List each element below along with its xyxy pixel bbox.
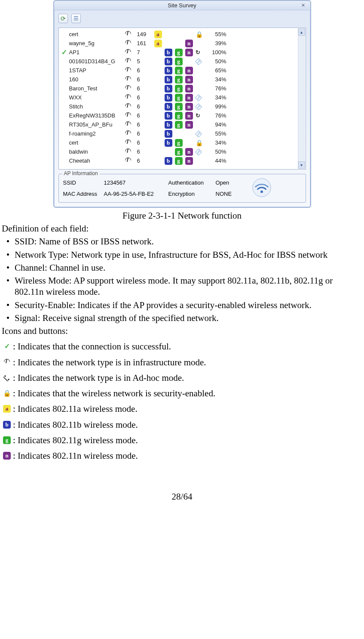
mode-g-icon: g <box>175 103 185 111</box>
ap-info-legend: AP Information <box>62 170 100 176</box>
mode-g-icon: g <box>175 112 185 120</box>
window-title: Site Survey <box>168 2 196 9</box>
infrastructure-icon <box>4 359 10 366</box>
network-row[interactable]: 001601D314B4_G5bg⚿50% <box>60 57 298 66</box>
mode-g-icon: g <box>175 58 185 65</box>
signal-cell: 55% <box>207 31 228 37</box>
refresh-button[interactable]: ⟳ <box>58 14 68 23</box>
icon-desc-text: : Indicates 802.11g wireless mode. <box>13 435 138 446</box>
mode-b-icon: b <box>165 76 175 83</box>
icon-desc-a: a : Indicates 802.11a wireless mode. <box>2 403 362 414</box>
channel-cell: 6 <box>137 139 154 146</box>
infrastructure-icon <box>125 85 137 92</box>
toolbar: ⟳ ☰ <box>54 10 310 28</box>
security-icon: ↻ <box>196 49 207 56</box>
mode-g-icon: g <box>175 76 185 83</box>
mac-label: MAC Address <box>63 191 104 197</box>
scroll-down-button[interactable]: ▾ <box>298 161 305 169</box>
network-row[interactable]: cert149a🔒55% <box>60 30 298 39</box>
security-icon: ⚿ <box>196 94 207 101</box>
definition-item: SSID: Name of BSS or IBSS network. <box>2 236 362 247</box>
channel-cell: 6 <box>137 94 154 101</box>
security-icon: ⚿ <box>196 148 207 155</box>
signal-cell: 39% <box>207 40 228 46</box>
network-row[interactable]: cert6bg🔒34% <box>60 138 298 147</box>
lock-icon: 🔒 <box>3 389 11 398</box>
ap-information: AP Information SSID 1234567 Authenticati… <box>58 174 306 203</box>
icon-desc-check: ✓ : Indicates that the connection is suc… <box>2 341 362 352</box>
network-row[interactable]: ExRegNW3135DB6bgn↻76% <box>60 111 298 120</box>
list-view-button[interactable]: ☰ <box>71 14 81 23</box>
channel-cell: 6 <box>137 76 154 83</box>
icon-desc-text: : Indicates 802.11a wireless mode. <box>13 403 138 414</box>
icons-heading: Icons and buttons: <box>2 325 362 336</box>
signal-cell: 34% <box>207 139 228 146</box>
channel-cell: 6 <box>137 85 154 92</box>
scroll-thumb[interactable] <box>298 36 305 161</box>
icon-desc-infra: : Indicates the network type is in infra… <box>2 357 362 368</box>
security-icon: ⚿ <box>196 58 207 65</box>
channel-cell: 149 <box>137 31 154 37</box>
mac-value: AA-96-25-5A-FB-E2 <box>104 191 168 197</box>
infrastructure-icon <box>125 121 137 128</box>
mode-b-icon: b <box>165 139 175 147</box>
signal-cell: 44% <box>207 157 228 164</box>
network-row[interactable]: Stitch6bgn⚿99% <box>60 102 298 111</box>
enc-label: Encryption <box>168 191 216 197</box>
ssid-cell: 1STAP <box>69 67 125 74</box>
adhoc-icon <box>3 374 10 381</box>
network-row[interactable]: f-roaming26b⚿55% <box>60 129 298 138</box>
signal-cell: 50% <box>207 148 228 155</box>
network-row[interactable]: baldwin6gn⚿50% <box>60 147 298 156</box>
mode-g-icon: g <box>175 157 185 165</box>
site-survey-window: Site Survey × ⟳ ☰ cert149a🔒55%wayne_5g16… <box>53 0 311 208</box>
network-row[interactable]: wayne_5g161an39% <box>60 39 298 48</box>
signal-cell: 76% <box>207 112 228 119</box>
check-icon: ✓ <box>4 342 10 351</box>
infrastructure-icon <box>125 31 137 38</box>
ssid-cell: AP1 <box>69 49 125 56</box>
scrollbar[interactable]: ▴ ▾ <box>298 28 305 169</box>
network-row[interactable]: ✓AP17bgn↻100% <box>60 48 298 57</box>
mode-b-icon: b <box>165 58 175 65</box>
icon-desc-adhoc: : Indicates the network type is in Ad-ho… <box>2 372 362 383</box>
network-row[interactable]: WXX6bgn⚿34% <box>60 93 298 102</box>
mode-g-icon: g <box>175 85 185 93</box>
ssid-cell: RT305x_AP_BFu <box>69 121 125 128</box>
ssid-cell: baldwin <box>69 148 125 155</box>
definition-item: Signal: Receive signal strength of the s… <box>2 312 362 324</box>
icon-desc-text: : Indicates the network type is in infra… <box>13 357 206 368</box>
signal-cell: 34% <box>207 76 228 83</box>
ssid-cell: Cheetah <box>69 157 125 164</box>
signal-cell: 99% <box>207 103 228 110</box>
mode-b-icon: b <box>165 121 175 129</box>
network-row[interactable]: Baron_Test6bgn76% <box>60 84 298 93</box>
signal-cell: 76% <box>207 85 228 92</box>
infrastructure-icon <box>125 49 137 56</box>
mode-n-icon: n <box>185 121 196 129</box>
icon-desc-text: : Indicates that the connection is succe… <box>13 341 171 352</box>
network-row[interactable]: 1606bgn34% <box>60 75 298 84</box>
infrastructure-icon <box>125 112 137 119</box>
network-row[interactable]: 1STAP6bgn65% <box>60 66 298 75</box>
mode-a-icon: a <box>3 405 11 413</box>
scroll-up-button[interactable]: ▴ <box>298 28 305 36</box>
 connected-icon: ✓ <box>60 48 69 56</box>
channel-cell: 6 <box>137 148 154 155</box>
mode-g-icon: g <box>175 94 185 102</box>
network-row[interactable]: Cheetah6bgn44% <box>60 156 298 165</box>
network-row[interactable]: RT305x_AP_BFu6bgn94% <box>60 120 298 129</box>
infrastructure-icon <box>125 67 137 74</box>
mode-n-icon: n <box>185 76 196 83</box>
signal-cell: 94% <box>207 121 228 128</box>
channel-cell: 5 <box>137 58 154 65</box>
mode-b-icon: b <box>165 94 175 102</box>
channel-cell: 6 <box>137 67 154 74</box>
mode-n-icon: n <box>185 40 196 47</box>
page-number: 28/64 <box>0 491 364 502</box>
refresh-icon: ⟳ <box>61 15 66 22</box>
close-icon[interactable]: × <box>302 2 308 8</box>
signal-cell: 34% <box>207 94 228 101</box>
icon-desc-text: : Indicates that the wireless network is… <box>13 388 215 399</box>
ssid-label: SSID <box>63 179 104 186</box>
